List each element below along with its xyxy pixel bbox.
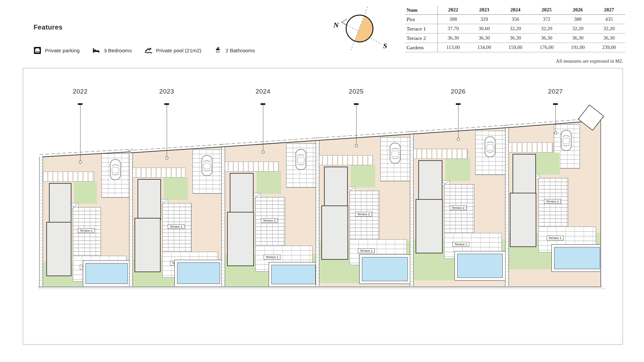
table-row-gardens: Gardens113,00134,00159,00176,00191,00239…	[405, 43, 625, 52]
measurements-table: Num 2022 2023 2024 2025 2026 2027 Plot30…	[405, 5, 625, 52]
plot-year-label: 2022	[67, 88, 94, 95]
compass-north-label: N	[333, 21, 339, 29]
leader-point	[79, 161, 82, 164]
col-header: Num	[405, 5, 437, 14]
col-header: 2026	[562, 5, 593, 14]
feature-bathrooms: 2 Bathrooms	[214, 47, 255, 54]
leader-line	[80, 105, 80, 161]
plot-year-label: 2025	[343, 88, 370, 95]
plot-year-label: 2024	[250, 88, 276, 95]
leader-line	[458, 105, 459, 138]
leader-point	[355, 144, 358, 147]
features-legend: Private parking 3 Bedrooms Private pool …	[34, 47, 255, 54]
compass-rose: N S	[331, 4, 391, 56]
plot-year-label: 2026	[445, 88, 472, 95]
parking-icon	[34, 47, 41, 54]
pool-icon	[145, 47, 152, 54]
leader-point	[262, 150, 265, 154]
table-row-terrace1: Terrace 137,7030,6032,2032,2032,2032,20	[405, 24, 625, 34]
leader-point	[457, 138, 460, 141]
feature-label: 3 Bedrooms	[104, 48, 132, 54]
leader-line	[356, 105, 357, 144]
features-title: Features	[34, 23, 63, 31]
corner-structure-diamond	[578, 105, 604, 130]
table-row-terrace2: Terrace 236,3036,3036,3036,3036,3036,30	[405, 34, 625, 43]
col-header: 2024	[500, 5, 531, 14]
street-boundary-lines	[23, 68, 623, 344]
table-row-plot: Plot308329356372388435	[405, 15, 625, 24]
col-header: 2025	[531, 5, 562, 14]
feature-label: 2 Bathrooms	[225, 48, 255, 54]
col-header: 2022	[437, 5, 469, 14]
bed-icon	[92, 47, 100, 54]
leader-line	[555, 105, 556, 132]
leader-point	[554, 131, 557, 134]
col-header: 2023	[469, 5, 500, 14]
feature-bedrooms: 3 Bedrooms	[92, 47, 132, 54]
leader-point	[165, 157, 168, 160]
shower-icon	[214, 47, 222, 54]
compass-south-label: S	[383, 42, 387, 50]
feature-label: Private pool (21m2)	[156, 48, 201, 54]
site-plan: Terrace 2 Terrace 1 Terrace 2 Terrace 1	[23, 68, 623, 345]
col-header: 2027	[593, 5, 625, 14]
feature-private-parking: Private parking	[34, 47, 79, 54]
plot-year-label: 2027	[542, 88, 569, 95]
table-header-row: Num 2022 2023 2024 2025 2026 2027	[405, 5, 625, 15]
feature-private-pool: Private pool (21m2)	[145, 47, 201, 54]
feature-label: Private parking	[45, 48, 79, 54]
measures-footnote: All measures are expressed in M2.	[556, 58, 623, 64]
leader-line	[263, 105, 263, 151]
leader-line	[167, 105, 167, 157]
plot-year-label: 2023	[153, 88, 180, 95]
